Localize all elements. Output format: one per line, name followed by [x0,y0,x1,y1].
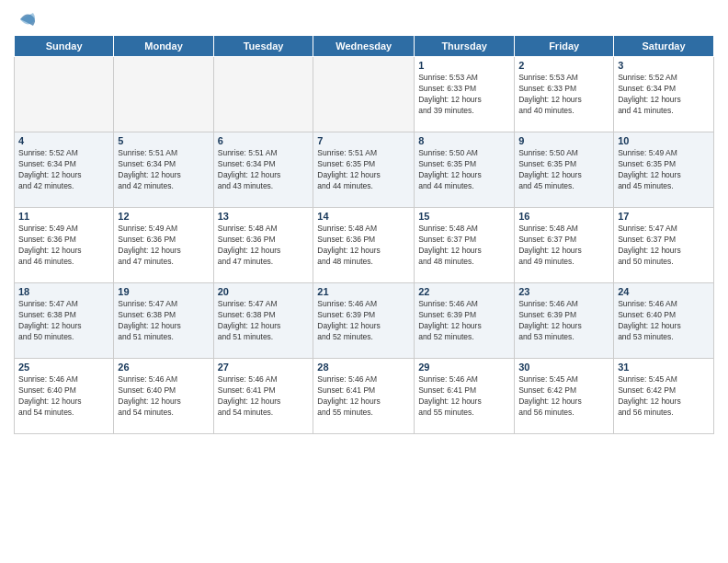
day-number: 30 [518,362,609,373]
calendar-cell: 21Sunrise: 5:46 AMSunset: 6:39 PMDayligh… [313,283,415,359]
day-number: 4 [18,135,109,146]
calendar-cell: 19Sunrise: 5:47 AMSunset: 6:38 PMDayligh… [114,283,213,359]
day-info: Sunrise: 5:50 AMSunset: 6:35 PMDaylight:… [418,148,510,192]
day-info: Sunrise: 5:53 AMSunset: 6:33 PMDaylight:… [518,73,609,117]
day-number: 18 [18,286,109,297]
calendar-cell [15,57,114,132]
day-number: 2 [518,60,609,71]
col-header-tuesday: Tuesday [213,36,313,57]
calendar-cell: 11Sunrise: 5:49 AMSunset: 6:36 PMDayligh… [15,208,114,283]
day-number: 20 [218,286,310,297]
day-number: 19 [118,286,209,297]
day-number: 1 [418,60,510,71]
calendar-cell [313,57,415,132]
calendar-cell: 29Sunrise: 5:46 AMSunset: 6:41 PMDayligh… [415,359,515,434]
day-info: Sunrise: 5:46 AMSunset: 6:40 PMDaylight:… [118,374,209,419]
day-number: 5 [118,135,209,146]
col-header-sunday: Sunday [15,36,114,57]
col-header-saturday: Saturday [614,36,714,57]
day-number: 11 [18,211,109,222]
calendar-week-4: 18Sunrise: 5:47 AMSunset: 6:38 PMDayligh… [15,283,714,359]
day-info: Sunrise: 5:52 AMSunset: 6:34 PMDaylight:… [18,148,109,192]
day-info: Sunrise: 5:47 AMSunset: 6:38 PMDaylight:… [218,299,310,343]
calendar-week-5: 25Sunrise: 5:46 AMSunset: 6:40 PMDayligh… [15,359,714,434]
day-number: 26 [118,362,209,373]
day-info: Sunrise: 5:46 AMSunset: 6:39 PMDaylight:… [518,299,609,343]
calendar-week-2: 4Sunrise: 5:52 AMSunset: 6:34 PMDaylight… [15,132,714,208]
day-info: Sunrise: 5:48 AMSunset: 6:37 PMDaylight:… [418,224,510,268]
calendar-cell: 12Sunrise: 5:49 AMSunset: 6:36 PMDayligh… [114,208,213,283]
col-header-monday: Monday [114,36,213,57]
day-info: Sunrise: 5:50 AMSunset: 6:35 PMDaylight:… [518,148,609,192]
day-number: 23 [518,286,609,297]
day-number: 13 [218,211,310,222]
calendar-cell: 20Sunrise: 5:47 AMSunset: 6:38 PMDayligh… [213,283,313,359]
day-number: 27 [218,362,310,373]
calendar-cell: 14Sunrise: 5:48 AMSunset: 6:36 PMDayligh… [313,208,415,283]
day-info: Sunrise: 5:46 AMSunset: 6:39 PMDaylight:… [317,299,410,343]
calendar-table: SundayMondayTuesdayWednesdayThursdayFrid… [14,35,714,434]
calendar-cell: 8Sunrise: 5:50 AMSunset: 6:35 PMDaylight… [415,132,515,208]
calendar-week-1: 1Sunrise: 5:53 AMSunset: 6:33 PMDaylight… [15,57,714,132]
calendar-cell: 15Sunrise: 5:48 AMSunset: 6:37 PMDayligh… [415,208,515,283]
day-number: 25 [18,362,109,373]
calendar-cell: 6Sunrise: 5:51 AMSunset: 6:34 PMDaylight… [213,132,313,208]
calendar-cell: 7Sunrise: 5:51 AMSunset: 6:35 PMDaylight… [313,132,415,208]
calendar-cell: 27Sunrise: 5:46 AMSunset: 6:41 PMDayligh… [213,359,313,434]
col-header-wednesday: Wednesday [313,36,415,57]
day-number: 7 [317,135,410,146]
day-number: 12 [118,211,209,222]
day-info: Sunrise: 5:47 AMSunset: 6:38 PMDaylight:… [18,299,109,343]
day-number: 31 [618,362,710,373]
day-info: Sunrise: 5:47 AMSunset: 6:37 PMDaylight:… [618,224,710,268]
calendar-cell: 18Sunrise: 5:47 AMSunset: 6:38 PMDayligh… [15,283,114,359]
calendar-cell: 25Sunrise: 5:46 AMSunset: 6:40 PMDayligh… [15,359,114,434]
day-info: Sunrise: 5:46 AMSunset: 6:41 PMDaylight:… [317,374,410,419]
calendar-cell: 30Sunrise: 5:45 AMSunset: 6:42 PMDayligh… [515,359,614,434]
day-number: 6 [218,135,310,146]
day-info: Sunrise: 5:46 AMSunset: 6:41 PMDaylight:… [218,374,310,419]
day-number: 16 [518,211,609,222]
calendar-cell: 10Sunrise: 5:49 AMSunset: 6:35 PMDayligh… [614,132,714,208]
calendar-cell: 2Sunrise: 5:53 AMSunset: 6:33 PMDaylight… [515,57,614,132]
calendar-cell: 3Sunrise: 5:52 AMSunset: 6:34 PMDaylight… [614,57,714,132]
day-info: Sunrise: 5:48 AMSunset: 6:37 PMDaylight:… [518,224,609,268]
calendar-cell: 5Sunrise: 5:51 AMSunset: 6:34 PMDaylight… [114,132,213,208]
col-header-friday: Friday [515,36,614,57]
day-info: Sunrise: 5:52 AMSunset: 6:34 PMDaylight:… [618,73,710,117]
calendar-cell: 4Sunrise: 5:52 AMSunset: 6:34 PMDaylight… [15,132,114,208]
day-info: Sunrise: 5:48 AMSunset: 6:36 PMDaylight:… [218,224,310,268]
col-header-thursday: Thursday [415,36,515,57]
day-number: 9 [518,135,609,146]
day-info: Sunrise: 5:49 AMSunset: 6:35 PMDaylight:… [618,148,710,192]
calendar-header-row: SundayMondayTuesdayWednesdayThursdayFrid… [15,36,714,57]
calendar-cell: 28Sunrise: 5:46 AMSunset: 6:41 PMDayligh… [313,359,415,434]
day-info: Sunrise: 5:51 AMSunset: 6:34 PMDaylight:… [218,148,310,192]
day-info: Sunrise: 5:46 AMSunset: 6:40 PMDaylight:… [18,374,109,419]
day-number: 28 [317,362,410,373]
day-number: 21 [317,286,410,297]
calendar-cell: 31Sunrise: 5:45 AMSunset: 6:42 PMDayligh… [614,359,714,434]
calendar-cell: 17Sunrise: 5:47 AMSunset: 6:37 PMDayligh… [614,208,714,283]
day-info: Sunrise: 5:45 AMSunset: 6:42 PMDaylight:… [518,374,609,419]
day-info: Sunrise: 5:48 AMSunset: 6:36 PMDaylight:… [317,224,410,268]
calendar-cell: 1Sunrise: 5:53 AMSunset: 6:33 PMDaylight… [415,57,515,132]
calendar-cell [114,57,213,132]
day-info: Sunrise: 5:46 AMSunset: 6:41 PMDaylight:… [418,374,510,419]
day-number: 22 [418,286,510,297]
calendar-cell: 13Sunrise: 5:48 AMSunset: 6:36 PMDayligh… [213,208,313,283]
calendar-cell: 23Sunrise: 5:46 AMSunset: 6:39 PMDayligh… [515,283,614,359]
logo-icon [17,9,37,29]
day-info: Sunrise: 5:51 AMSunset: 6:34 PMDaylight:… [118,148,209,192]
calendar-cell: 26Sunrise: 5:46 AMSunset: 6:40 PMDayligh… [114,359,213,434]
calendar-cell [213,57,313,132]
calendar-cell: 9Sunrise: 5:50 AMSunset: 6:35 PMDaylight… [515,132,614,208]
day-number: 24 [618,286,710,297]
day-number: 3 [618,60,710,71]
day-info: Sunrise: 5:45 AMSunset: 6:42 PMDaylight:… [618,374,710,419]
day-number: 14 [317,211,410,222]
calendar-week-3: 11Sunrise: 5:49 AMSunset: 6:36 PMDayligh… [15,208,714,283]
calendar-cell: 16Sunrise: 5:48 AMSunset: 6:37 PMDayligh… [515,208,614,283]
logo [14,9,37,29]
day-info: Sunrise: 5:46 AMSunset: 6:39 PMDaylight:… [418,299,510,343]
